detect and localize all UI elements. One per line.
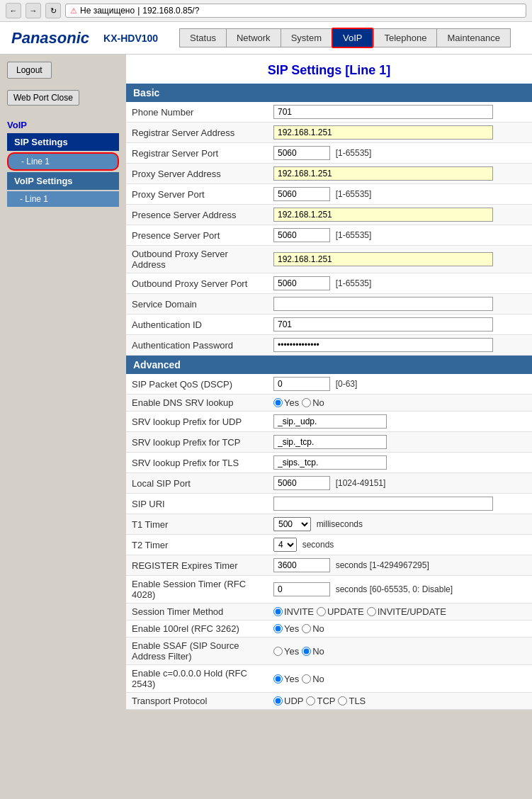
rel100-yes-radio[interactable] (273, 624, 283, 633)
dns-srv-no-radio[interactable] (302, 398, 311, 407)
back-button[interactable]: ← (6, 3, 21, 18)
sidebar-item-line1[interactable]: - Line 1 (7, 152, 119, 171)
registrar-port-input[interactable] (273, 146, 330, 160)
transport-tcp-radio[interactable] (306, 696, 315, 706)
ssaf-no-radio[interactable] (302, 647, 311, 656)
session-method-invite-radio[interactable] (273, 607, 283, 616)
tab-maintenance[interactable]: Maintenance (436, 28, 510, 47)
dns-srv-yes-radio[interactable] (273, 398, 283, 407)
transport-tls-label[interactable]: TLS (338, 696, 366, 706)
session-method-update-radio[interactable] (317, 607, 326, 616)
outbound-port-range: [1-65535] (336, 278, 372, 288)
table-row: SRV lookup Prefix for UDP (126, 412, 532, 432)
hold-no-radio[interactable] (302, 674, 311, 684)
presence-port-input[interactable] (273, 228, 330, 242)
table-row: T2 Timer 4 8 seconds (126, 535, 532, 555)
register-expires-input[interactable] (273, 558, 330, 572)
webport-button[interactable]: Web Port Close (7, 90, 79, 106)
srv-tcp-label: SRV lookup Prefix for TCP (126, 432, 268, 453)
srv-udp-input[interactable] (273, 414, 387, 429)
hold-no-label[interactable]: No (302, 674, 324, 684)
address-bar[interactable]: ⚠ Не защищено | 192.168.0.85/? (65, 4, 526, 18)
outbound-port-input[interactable] (273, 276, 330, 290)
basic-settings-table: Phone Number Registrar Server Address Re… (126, 102, 532, 356)
brand-logo: Panasonic (11, 29, 89, 47)
hold-yes-label[interactable]: Yes (273, 674, 299, 684)
hold-label: Enable c=0.0.0.0 Hold (RFC 2543) (126, 665, 268, 693)
dns-srv-yes-label[interactable]: Yes (273, 397, 299, 408)
session-method-update-label[interactable]: UPDATE (317, 606, 364, 617)
session-method-inviteupdate-label[interactable]: INVITE/UPDATE (367, 606, 446, 617)
rel100-yes-label[interactable]: Yes (273, 623, 299, 634)
transport-tcp-label[interactable]: TCP (306, 696, 335, 706)
table-row: Enable DNS SRV lookup Yes No (126, 395, 532, 412)
sidebar-item-sip-settings[interactable]: SIP Settings (7, 133, 119, 151)
tab-network[interactable]: Network (226, 28, 281, 47)
tab-system[interactable]: System (281, 28, 332, 47)
table-row: REGISTER Expires Timer seconds [1-429496… (126, 555, 532, 576)
proxy-address-input[interactable] (273, 166, 493, 181)
phone-number-label: Phone Number (126, 102, 268, 123)
tab-voip[interactable]: VoIP (332, 28, 373, 48)
rel100-no-radio[interactable] (302, 624, 311, 633)
tab-telephone[interactable]: Telephone (373, 28, 436, 47)
outbound-address-label: Outbound Proxy Server Address (126, 246, 268, 273)
transport-udp-radio[interactable] (273, 696, 283, 706)
auth-id-input[interactable] (273, 317, 493, 332)
proxy-port-input[interactable] (273, 187, 330, 201)
dns-srv-radio-group: Yes No (273, 397, 526, 408)
forward-button[interactable]: → (26, 3, 41, 18)
sidebar-item-voip-settings[interactable]: VoIP Settings (7, 172, 119, 190)
table-row: Outbound Proxy Server Address (126, 246, 532, 273)
sidebar-voip-label: VoIP (7, 120, 119, 130)
session-timer-input[interactable] (273, 582, 330, 596)
sidebar-item-voip-line1[interactable]: - Line 1 (7, 191, 119, 207)
transport-udp-label[interactable]: UDP (273, 696, 303, 706)
advanced-settings-table: SIP Packet QoS (DSCP) [0-63] Enable DNS … (126, 374, 532, 710)
sip-qos-input[interactable] (273, 377, 330, 391)
session-method-invite-label[interactable]: INVITE (273, 606, 314, 617)
t2-timer-select[interactable]: 4 8 (273, 538, 297, 552)
body-layout: Logout Web Port Close VoIP SIP Settings … (0, 55, 532, 710)
security-icon: ⚠ (70, 6, 77, 16)
table-row: Local SIP Port [1024-49151] (126, 473, 532, 494)
table-row: Service Domain (126, 294, 532, 314)
srv-tcp-input[interactable] (273, 435, 387, 449)
ssaf-yes-radio[interactable] (273, 647, 283, 656)
main-content: SIP Settings [Line 1] Basic Phone Number… (126, 55, 532, 710)
local-sip-label: Local SIP Port (126, 473, 268, 494)
phone-number-input[interactable] (273, 105, 493, 119)
table-row: Proxy Server Port [1-65535] (126, 184, 532, 205)
refresh-button[interactable]: ↻ (45, 3, 61, 18)
presence-address-input[interactable] (273, 208, 493, 222)
srv-tls-input[interactable] (273, 455, 387, 470)
t1-timer-select[interactable]: 500 1000 (273, 517, 311, 531)
transport-tls-radio[interactable] (338, 696, 347, 706)
address-text: 192.168.0.85/? (142, 6, 199, 16)
outbound-address-input[interactable] (273, 252, 493, 266)
local-sip-input[interactable] (273, 476, 330, 490)
rel100-label: Enable 100rel (RFC 3262) (126, 620, 268, 638)
sip-uri-input[interactable] (273, 497, 493, 511)
auth-pass-input[interactable] (273, 338, 493, 352)
srv-udp-label: SRV lookup Prefix for UDP (126, 412, 268, 432)
ssaf-no-label[interactable]: No (302, 646, 324, 657)
sip-qos-range: [0-63] (336, 379, 358, 389)
browser-bar: ← → ↻ ⚠ Не защищено | 192.168.0.85/? (0, 0, 532, 22)
ssaf-yes-label[interactable]: Yes (273, 646, 299, 657)
session-method-inviteupdate-radio[interactable] (367, 607, 376, 616)
dns-srv-no-label[interactable]: No (302, 397, 324, 408)
transport-label: Transport Protocol (126, 693, 268, 710)
tab-status[interactable]: Status (179, 28, 226, 47)
service-domain-input[interactable] (273, 297, 493, 311)
ssaf-label: Enable SSAF (SIP Source Address Filter) (126, 638, 268, 665)
register-expires-unit: seconds [1-4294967295] (336, 560, 429, 570)
rel100-no-label[interactable]: No (302, 623, 324, 634)
hold-yes-radio[interactable] (273, 674, 283, 684)
outbound-port-label: Outbound Proxy Server Port (126, 273, 268, 294)
page-header: Panasonic KX-HDV100 Status Network Syste… (0, 22, 532, 55)
table-row: SRV lookup Prefix for TCP (126, 432, 532, 453)
registrar-server-input[interactable] (273, 125, 493, 140)
table-row: Enable c=0.0.0.0 Hold (RFC 2543) Yes No (126, 665, 532, 693)
logout-button[interactable]: Logout (7, 62, 52, 79)
